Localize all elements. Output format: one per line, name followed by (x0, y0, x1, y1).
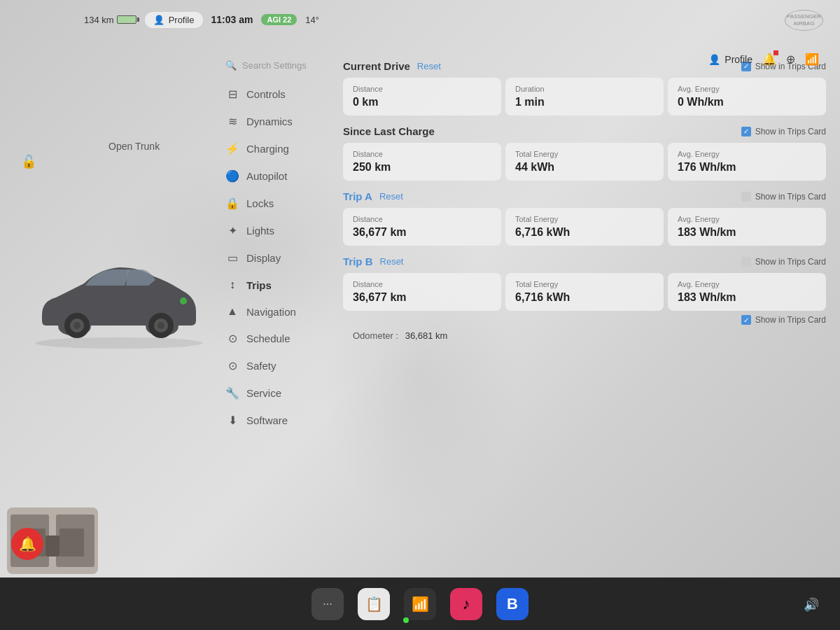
top-profile-label: Profile (724, 54, 752, 65)
taskbar-music-button[interactable]: ♪ (450, 588, 482, 620)
trip-a-reset[interactable]: Reset (379, 191, 403, 202)
trip-b-total-energy-value: 6,716 kWh (515, 291, 654, 304)
autopilot-icon: 🔵 (225, 169, 239, 183)
notification-bell-icon[interactable]: 🔔 (762, 52, 776, 66)
since-last-charge-checkbox[interactable]: ✓ (741, 127, 751, 136)
battery-indicator (117, 15, 136, 24)
current-drive-distance-label: Distance (353, 85, 491, 93)
trip-b-bottom-checkbox[interactable]: ✓ (741, 315, 751, 325)
since-last-charge-stats: Distance 250 km Total Energy 44 kWh Avg.… (343, 143, 826, 181)
search-placeholder: Search Settings (242, 60, 307, 71)
lock-icon: 🔓 (21, 154, 36, 169)
trip-b-show-trips[interactable]: Show in Trips Card (741, 257, 826, 267)
sidebar-item-software[interactable]: ⬇ Software (217, 407, 343, 434)
taskbar-bluetooth-button[interactable]: B (496, 588, 528, 620)
dots-icon: ··· (323, 598, 332, 610)
sidebar-item-schedule[interactable]: ⊙ Schedule (217, 325, 343, 352)
dynamics-icon: ≋ (225, 115, 239, 128)
current-drive-stats: Distance 0 km Duration 1 min Avg. Energy… (343, 78, 826, 115)
trip-a-total-energy-value: 6,716 kWh (515, 226, 654, 239)
safety-icon: ⊙ (225, 359, 239, 372)
sidebar-item-autopilot[interactable]: 🔵 Autopilot (217, 162, 343, 190)
current-drive-duration-label: Duration (515, 85, 654, 93)
sidebar-item-safety[interactable]: ⊙ Safety (217, 352, 343, 379)
slc-avg-energy-label: Avg. Energy (678, 150, 816, 158)
trip-a-checkbox[interactable] (741, 192, 751, 202)
bluetooth-status-icon[interactable]: ⊕ (786, 52, 795, 66)
trip-a-title: Trip A (343, 190, 372, 202)
search-bar[interactable]: 🔍 Search Settings (217, 56, 343, 75)
taskbar-menu-button[interactable]: ··· (312, 588, 344, 620)
schedule-label: Schedule (246, 332, 290, 344)
wifi-icon: 📶 (412, 596, 429, 612)
current-drive-distance-card: Distance 0 km (343, 78, 501, 115)
trip-b-avg-energy-label: Avg. Energy (678, 280, 816, 288)
controls-icon: ⊟ (225, 88, 239, 101)
sidebar-item-charging[interactable]: ⚡ Charging (217, 135, 343, 162)
taskbar-wifi-button[interactable]: 📶 (404, 588, 436, 620)
trip-a-distance-value: 36,677 km (353, 226, 491, 239)
trip-a-show-trips[interactable]: Show in Trips Card (741, 192, 826, 202)
bluetooth-icon: B (507, 595, 518, 613)
since-last-charge-header: Since Last Charge ✓ Show in Trips Card (343, 125, 826, 137)
trip-b-checkbox[interactable] (741, 257, 751, 267)
svg-point-6 (158, 322, 164, 329)
volume-icon[interactable]: 🔊 (804, 597, 819, 612)
trip-b-reset[interactable]: Reset (380, 256, 404, 267)
odometer-row: Odometer : 36,681 km (343, 325, 826, 346)
trip-b-title: Trip B (343, 255, 373, 267)
slc-distance-label: Distance (353, 150, 491, 158)
trip-a-avg-energy-card: Avg. Energy 183 Wh/km (668, 208, 826, 246)
notification-dot (774, 50, 778, 55)
taskbar-files-button[interactable]: 📋 (358, 588, 390, 620)
odometer-label: Odometer : (353, 330, 398, 341)
music-icon: ♪ (463, 595, 470, 613)
lights-icon: ✦ (225, 224, 239, 237)
trip-a-distance-card: Distance 36,677 km (343, 208, 501, 246)
sidebar-item-locks[interactable]: 🔒 Locks (217, 190, 343, 217)
since-last-charge-show-trips[interactable]: ✓ Show in Trips Card (741, 127, 826, 136)
current-drive-duration-card: Duration 1 min (505, 78, 664, 115)
car-image (21, 238, 217, 350)
navigation-label: Navigation (246, 306, 296, 318)
current-drive-title: Current Drive (343, 60, 410, 72)
trip-a-stats: Distance 36,677 km Total Energy 6,716 kW… (343, 208, 826, 246)
search-icon: 🔍 (225, 60, 237, 71)
weather-badge: AGI 22 (261, 14, 297, 25)
safety-label: Safety (246, 360, 276, 372)
sidebar-item-controls[interactable]: ⊟ Controls (217, 80, 343, 108)
profile-label: Profile (169, 15, 195, 25)
current-drive-energy-value: 0 Wh/km (678, 96, 816, 108)
trip-b-distance-value: 36,677 km (353, 291, 491, 304)
sidebar-item-display[interactable]: ▭ Display (217, 244, 343, 272)
odometer-value: 36,681 km (405, 330, 448, 341)
service-icon: 🔧 (225, 386, 239, 400)
sidebar-item-dynamics[interactable]: ≋ Dynamics (217, 108, 343, 135)
seatbelt-icon[interactable]: 🔔 (11, 528, 43, 560)
sidebar-item-navigation[interactable]: ▲ Navigation (217, 298, 343, 325)
trip-b-show-trips-text: Show in Trips Card (755, 315, 826, 325)
trips-panel: Current Drive Reset ✓ Show in Trips Card… (343, 49, 826, 574)
sidebar-item-trips[interactable]: ↕ Trips (217, 272, 343, 298)
autopilot-label: Autopilot (246, 170, 287, 182)
profile-button[interactable]: 👤 Profile (145, 12, 203, 28)
open-trunk-label[interactable]: Open Trunk (108, 140, 160, 153)
sidebar-item-lights[interactable]: ✦ Lights (217, 217, 343, 244)
slc-total-energy-value: 44 kWh (515, 161, 654, 174)
top-profile-icon: 👤 (708, 54, 720, 65)
trip-b-distance-label: Distance (353, 280, 491, 288)
trips-icon: ↕ (225, 279, 239, 291)
trip-b-total-energy-label: Total Energy (515, 280, 654, 288)
since-last-charge-title: Since Last Charge (343, 125, 435, 137)
trip-a-total-energy-label: Total Energy (515, 215, 654, 223)
current-drive-energy-label: Avg. Energy (678, 85, 816, 93)
sidebar-item-service[interactable]: 🔧 Service (217, 379, 343, 407)
svg-point-3 (74, 322, 80, 329)
slc-total-energy-label: Total Energy (515, 150, 654, 158)
charging-icon: ⚡ (225, 142, 239, 155)
display-label: Display (246, 252, 281, 264)
current-drive-reset[interactable]: Reset (417, 61, 441, 71)
status-bar: 134 km 👤 Profile 11:03 am AGI 22 14° (84, 6, 826, 34)
top-profile-btn[interactable]: 👤 Profile (708, 54, 752, 65)
trip-a-header: Trip A Reset Show in Trips Card (343, 190, 826, 202)
